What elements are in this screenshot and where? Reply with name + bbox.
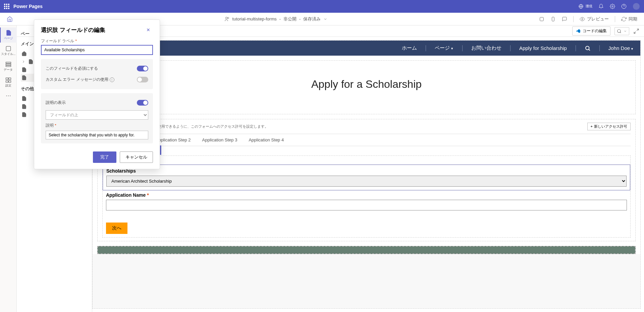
svg-point-6 xyxy=(225,17,227,19)
avatar-icon[interactable] xyxy=(633,3,640,10)
environment-picker[interactable]: 環境 xyxy=(578,4,592,9)
site-title-bar[interactable]: tutorial-multistep-forms - 非公開 - 保存済み xyxy=(224,16,328,22)
svg-point-5 xyxy=(633,3,640,10)
mobile-icon[interactable] xyxy=(550,16,556,22)
eye-icon xyxy=(580,16,585,22)
copilot-icon[interactable] xyxy=(539,16,544,22)
app-launcher-icon[interactable] xyxy=(4,4,9,9)
site-status: 非公開 xyxy=(283,16,297,22)
svg-point-7 xyxy=(227,17,229,18)
help-icon[interactable] xyxy=(621,4,627,9)
sync-icon xyxy=(621,16,627,22)
environment-label: 環境 xyxy=(586,4,592,8)
preview-button[interactable]: プレビュー xyxy=(580,16,609,22)
bell-icon[interactable] xyxy=(598,4,604,9)
svg-point-3 xyxy=(612,6,613,7)
people-icon xyxy=(224,16,230,22)
edit-field-modal: 選択肢 フィールドの編集 フィールド ラベル * このフィールドを必須にする カ… xyxy=(34,19,160,25)
site-name: tutorial-multistep-forms xyxy=(232,16,277,21)
globe-icon xyxy=(578,4,584,9)
feedback-icon[interactable] xyxy=(562,16,567,22)
save-status: 保存済み xyxy=(303,16,321,22)
svg-rect-9 xyxy=(552,17,554,21)
svg-point-10 xyxy=(582,18,583,20)
sync-button[interactable]: 同期 xyxy=(621,16,637,22)
gear-icon[interactable] xyxy=(610,4,615,9)
app-header: Power Pages 環境 xyxy=(0,0,644,13)
modal-close-button[interactable] xyxy=(144,25,153,25)
svg-rect-8 xyxy=(540,17,544,21)
home-icon[interactable] xyxy=(7,16,13,22)
brand-label: Power Pages xyxy=(13,4,43,9)
chevron-down-icon[interactable] xyxy=(323,17,327,21)
